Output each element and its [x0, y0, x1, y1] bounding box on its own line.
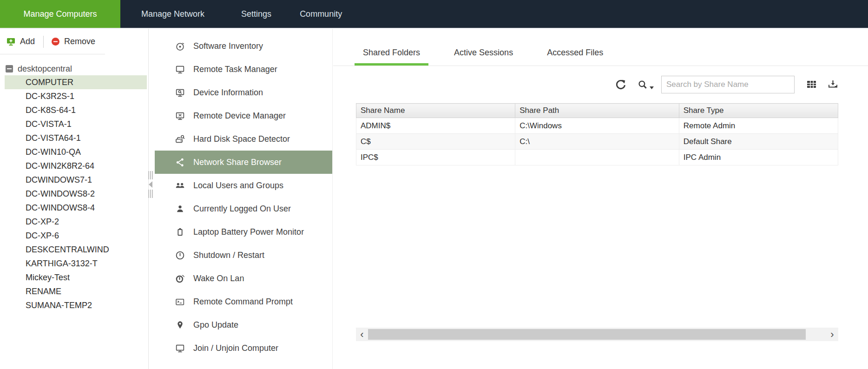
tree-item[interactable]: SUMANA-TEMP2: [5, 298, 147, 312]
menu-item-label: Wake On Lan: [193, 274, 244, 283]
toolbar-divider: [43, 36, 44, 48]
remove-button-label: Remove: [64, 37, 95, 46]
battery-icon: [174, 226, 185, 237]
add-computer-button[interactable]: Add: [6, 37, 35, 46]
cell-share-name: ADMIN$: [356, 118, 515, 134]
tree-item[interactable]: DC-VISTA-1: [5, 117, 147, 131]
menu-item-local-users-and-groups[interactable]: Local Users and Groups: [155, 174, 332, 197]
tab-shared-folders[interactable]: Shared Folders: [355, 48, 428, 66]
tree-item[interactable]: DC-WIN10-QA: [5, 145, 147, 159]
menu-item-gpo-update[interactable]: Gpo Update: [155, 313, 332, 336]
table-toolbar: [333, 75, 868, 94]
scroll-left-button[interactable]: ‹: [356, 328, 368, 341]
search-input[interactable]: [661, 76, 795, 93]
cell-share-name: IPC$: [356, 150, 515, 165]
wake-on-lan-icon: [174, 273, 185, 284]
export-icon[interactable]: [827, 79, 839, 90]
menu-item-label: Shutdown / Restart: [193, 250, 264, 260]
scroll-right-button[interactable]: ›: [826, 328, 838, 341]
menu-item-remote-task-manager[interactable]: Remote Task Manager: [155, 58, 332, 81]
remove-computer-icon: [51, 37, 60, 46]
device-information-icon: [174, 87, 185, 98]
menu-item-wake-on-lan[interactable]: Wake On Lan: [155, 267, 332, 290]
cell-share-type: IPC Admin: [679, 150, 838, 165]
menu-item-shutdown-restart[interactable]: Shutdown / Restart: [155, 244, 332, 267]
shared-folders-table: Share Name Share Path Share Type ADMIN$ …: [356, 103, 838, 165]
tree-item[interactable]: COMPUTER: [5, 75, 147, 89]
column-header-share-type[interactable]: Share Type: [679, 104, 838, 118]
software-inventory-icon: [174, 40, 185, 52]
tab-active-sessions[interactable]: Active Sessions: [446, 48, 521, 66]
search-dropdown-icon[interactable]: [637, 79, 654, 91]
nav-tab-settings[interactable]: Settings: [241, 0, 271, 28]
menu-item-network-share-browser[interactable]: Network Share Browser: [155, 151, 332, 174]
shutdown-icon: [174, 250, 185, 261]
menu-item-label: Remote Task Manager: [193, 65, 277, 74]
network-share-browser-icon: [174, 157, 185, 168]
menu-item-software-inventory[interactable]: Software Inventory: [155, 34, 332, 58]
table-header-row: Share Name Share Path Share Type: [356, 104, 838, 118]
menu-item-label: Hard Disk Space Detector: [193, 134, 290, 144]
tree-item[interactable]: DC-XP-2: [5, 215, 147, 229]
add-computer-icon: [6, 37, 16, 46]
menu-item-label: Network Share Browser: [193, 158, 282, 167]
cell-share-path: C:\: [515, 134, 679, 150]
menu-item-label: Join / Unjoin Computer: [193, 343, 278, 353]
tree-item[interactable]: DC-XP-6: [5, 229, 147, 243]
tree-root-row[interactable]: desktopcentral: [0, 62, 148, 75]
menu-item-currently-logged-on-user[interactable]: Currently Logged On User: [155, 197, 332, 220]
tree-item[interactable]: DC-WIN2K8R2-64: [5, 159, 147, 173]
tree-item[interactable]: DESKCENTRALWIND: [5, 243, 147, 257]
menu-item-label: Local Users and Groups: [193, 181, 283, 191]
tree-item[interactable]: DC-WINDOWS8-4: [5, 201, 147, 215]
join-unjoin-icon: [174, 343, 185, 354]
menu-item-label: Gpo Update: [193, 320, 238, 330]
menu-item-remote-device-manager[interactable]: Remote Device Manager: [155, 104, 332, 127]
tree-item[interactable]: DC-WINDOWS8-2: [5, 187, 147, 201]
menu-item-label: Remote Command Prompt: [193, 297, 293, 307]
nav-tab-manage-network[interactable]: Manage Network: [141, 0, 204, 28]
tree-item[interactable]: DC-K8S-64-1: [5, 103, 147, 117]
tree-item[interactable]: RENAME: [5, 284, 147, 298]
menu-item-label: Remote Device Manager: [193, 111, 286, 121]
tree-item[interactable]: DC-K3R2S-1: [5, 89, 147, 103]
cell-share-type: Default Share: [679, 134, 838, 150]
menu-item-device-information[interactable]: Device Information: [155, 81, 332, 104]
grip-hatch-top: [148, 171, 153, 179]
table-row[interactable]: IPC$ IPC Admin: [356, 150, 838, 165]
tree-item[interactable]: Mickey-Test: [5, 270, 147, 284]
gpo-update-icon: [174, 319, 185, 330]
tab-accessed-files[interactable]: Accessed Files: [539, 48, 612, 66]
cell-share-name: C$: [356, 134, 515, 150]
refresh-icon[interactable]: [615, 79, 627, 91]
collapse-left-arrow-icon: [149, 181, 152, 188]
menu-item-join-unjoin-computer[interactable]: Join / Unjoin Computer: [155, 336, 332, 360]
logged-on-user-icon: [174, 203, 185, 214]
tree-item[interactable]: DCWINDOWS7-1: [5, 173, 147, 187]
nav-tab-community[interactable]: Community: [300, 0, 342, 28]
tree-item[interactable]: DC-VISTA64-1: [5, 131, 147, 145]
menu-item-laptop-battery-power-monitor[interactable]: Laptop Battery Power Monitor: [155, 220, 332, 244]
table-view-icon[interactable]: [806, 79, 817, 90]
nav-tab-manage-computers[interactable]: Manage Computers: [0, 0, 120, 28]
remove-computer-button[interactable]: Remove: [51, 37, 95, 46]
command-prompt-icon: [174, 296, 185, 307]
menu-item-hard-disk-space-detector[interactable]: Hard Disk Space Detector: [155, 127, 332, 151]
menu-item-label: Laptop Battery Power Monitor: [193, 227, 304, 237]
tree-item[interactable]: KARTHIGA-3132-T: [5, 257, 147, 270]
column-header-share-name[interactable]: Share Name: [356, 104, 515, 118]
table-row[interactable]: C$ C:\ Default Share: [356, 134, 838, 150]
table-row[interactable]: ADMIN$ C:\Windows Remote Admin: [356, 118, 838, 134]
column-header-share-path[interactable]: Share Path: [515, 104, 679, 118]
scrollbar-thumb[interactable]: [368, 329, 806, 340]
cell-share-path: C:\Windows: [515, 118, 679, 134]
panel-collapse-handle[interactable]: [146, 171, 155, 198]
top-navigation-bar: Manage Computers Manage Network Settings…: [0, 0, 868, 28]
collapse-tree-icon[interactable]: [6, 65, 13, 72]
horizontal-scrollbar[interactable]: ‹ ›: [356, 328, 838, 341]
add-button-label: Add: [20, 37, 35, 46]
scrollbar-track[interactable]: [368, 328, 826, 341]
menu-item-remote-command-prompt[interactable]: Remote Command Prompt: [155, 290, 332, 313]
computers-sidebar: Add Remove desktopcentral COMPUTER DC-K3…: [0, 29, 149, 369]
main-content: Shared Folders Active Sessions Accessed …: [333, 29, 868, 369]
